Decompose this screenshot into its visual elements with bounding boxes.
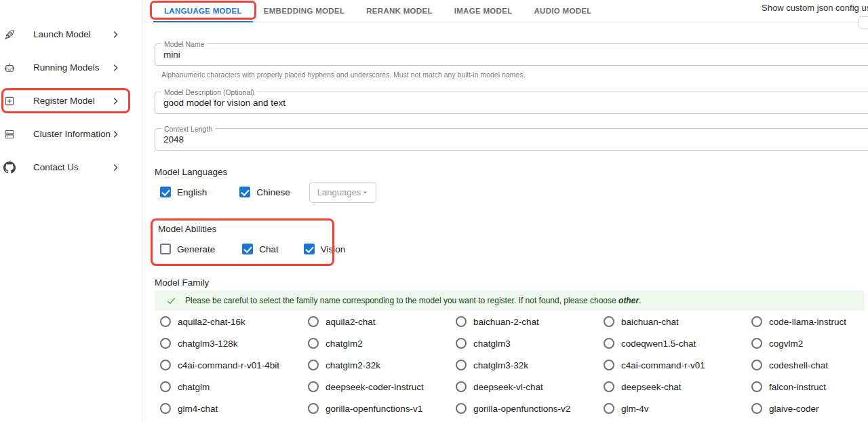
sidebar-item-label: Cluster Information [33,129,111,139]
model-family-option[interactable]: chatglm3-32k [456,354,604,376]
model-family-option[interactable]: baichuan-chat [604,311,751,332]
model-family-option[interactable]: code-llama-instruct [751,311,868,332]
checkbox-chinese[interactable]: Chinese [239,187,290,197]
model-languages-heading: Model Languages [155,167,868,177]
sidebar-item-launch-model[interactable]: Launch Model [0,18,142,51]
model-family-option[interactable]: gorilla-openfunctions-v2 [456,398,604,419]
radio-icon [160,316,171,327]
radio-icon [160,360,171,370]
model-family-option[interactable]: cogvlm2 [751,332,868,354]
context-length-value: 2048 [155,129,868,145]
model-abilities-section: Model Abilities Generate Chat Vision [155,224,344,258]
tab-language-model[interactable]: LANGUAGE MODEL [153,0,253,22]
cluster-icon [3,128,16,140]
radio-icon [751,360,762,370]
model-family-options-grid: aquila2-chat-16k aquila2-chat baichuan-2… [155,311,868,419]
sidebar-item-cluster-information[interactable]: Cluster Information [0,117,142,151]
model-family-option[interactable]: chatglm3 [456,332,604,354]
model-family-option[interactable]: falcon-instruct [751,376,868,398]
radio-icon [456,316,467,327]
model-family-option[interactable]: deepseek-chat [604,376,751,398]
tab-rerank-model[interactable]: RERANK MODEL [355,0,443,22]
model-name-label: Model Name [161,40,208,48]
checkbox-icon [160,187,171,197]
checkbox-icon [304,244,315,254]
main-panel: LANGUAGE MODEL EMBEDDING MODEL RERANK MO… [143,0,868,422]
tab-audio-model[interactable]: AUDIO MODEL [523,0,602,22]
chevron-right-icon [111,129,121,139]
sidebar-item-register-model[interactable]: Register Model [0,84,142,117]
model-family-option[interactable]: aquila2-chat [308,311,456,332]
model-family-option[interactable]: baichuan-2-chat [456,311,604,332]
radio-icon [604,316,614,327]
chevron-right-icon [111,29,121,39]
model-family-option[interactable]: codeshell-chat [751,354,868,376]
chevron-right-icon [111,62,121,73]
model-family-option[interactable]: chatglm [160,376,308,398]
model-family-option[interactable]: chatglm2-32k [308,354,456,376]
context-length-field[interactable]: Context Length 2048 [155,128,868,151]
sidebar: Launch Model Running Models [0,0,142,422]
radio-icon [456,360,467,370]
model-languages-row: English Chinese Languages [155,183,868,202]
radio-icon [751,338,762,349]
model-family-option[interactable]: deepseek-coder-instruct [308,376,456,398]
checkbox-icon [242,244,253,254]
checkbox-vision[interactable]: Vision [304,244,346,254]
radio-icon [456,338,467,349]
radio-icon [308,360,319,370]
model-family-option[interactable]: glm-4v [604,398,751,419]
model-name-value: mini [155,44,868,60]
tab-embedding-model[interactable]: EMBEDDING MODEL [253,0,356,22]
checkbox-chat[interactable]: Chat [242,244,279,254]
model-description-label: Model Description (Optional) [161,88,257,96]
model-description-field[interactable]: Model Description (Optional) good model … [155,92,868,114]
radio-icon [604,338,614,349]
model-family-option[interactable]: c4ai-command-r-v01 [604,354,751,376]
robot-icon [3,62,16,74]
radio-icon [160,338,171,349]
model-family-option[interactable]: glaive-coder [751,398,868,419]
tab-image-model[interactable]: IMAGE MODEL [443,0,524,22]
model-name-field[interactable]: Model Name mini [155,43,868,66]
radio-icon [604,403,614,414]
model-family-option[interactable]: gorilla-openfunctions-v1 [308,398,456,419]
check-icon [166,296,176,306]
radio-icon [751,403,762,414]
checkbox-generate[interactable]: Generate [160,244,215,254]
languages-dropdown[interactable]: Languages [309,182,376,203]
checkbox-icon [160,244,171,254]
sidebar-item-contact-us[interactable]: Contact Us [0,151,142,184]
radio-icon [604,360,614,370]
model-type-tabs: LANGUAGE MODEL EMBEDDING MODEL RERANK MO… [143,0,868,22]
checkbox-icon [239,187,250,197]
register-model-form: Model Name mini Alphanumeric characters … [143,22,868,419]
radio-icon [308,381,319,392]
sidebar-item-label: Register Model [33,96,95,106]
checkbox-english[interactable]: English [160,187,207,197]
model-family-option[interactable]: glm4-chat [160,398,308,419]
radio-icon [456,403,467,414]
notice-text: Please be careful to select the family n… [185,296,641,305]
radio-icon [308,338,319,349]
model-family-option[interactable]: c4ai-command-r-v01-4bit [160,354,308,376]
model-family-option[interactable]: chatglm3-128k [160,332,308,354]
model-family-heading: Model Family [155,277,868,288]
add-box-icon [3,95,16,107]
active-tab-indicator [153,21,253,22]
sidebar-item-running-models[interactable]: Running Models [0,51,142,84]
radio-icon [604,381,614,392]
caret-down-icon [361,188,370,197]
sidebar-item-label: Running Models [33,62,100,73]
radio-icon [308,403,319,414]
sidebar-item-label: Contact Us [33,162,79,172]
model-family-option[interactable]: deepseek-vl-chat [456,376,604,398]
radio-icon [751,316,762,327]
chevron-right-icon [111,162,121,172]
github-icon [3,161,16,174]
model-family-option[interactable]: aquila2-chat-16k [160,311,308,332]
model-family-option[interactable]: codeqwen1.5-chat [604,332,751,354]
model-family-option[interactable]: chatglm2 [308,332,456,354]
show-json-config-label[interactable]: Show custom json config used b [762,3,868,13]
radio-icon [456,381,467,392]
